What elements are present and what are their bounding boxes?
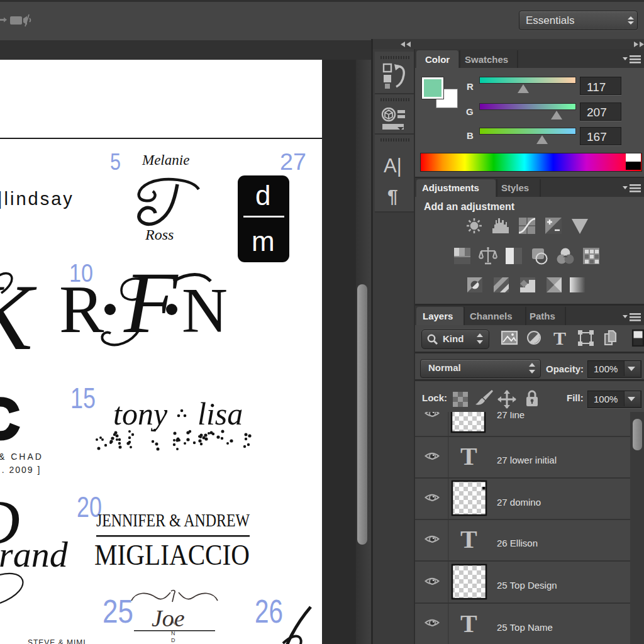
- svg-text:6 . 2009 ]: 6 . 2009 ]: [0, 465, 41, 475]
- svg-text:Ross: Ross: [145, 226, 174, 243]
- svg-text:25 Top Name: 25 Top Name: [497, 622, 553, 633]
- svg-text:N: N: [182, 275, 228, 346]
- svg-text:T: T: [460, 442, 477, 470]
- svg-text:trand: trand: [0, 534, 69, 575]
- svg-text:D: D: [171, 637, 175, 643]
- svg-text:T: T: [460, 609, 477, 638]
- svg-text:27 lower initial: 27 lower initial: [497, 455, 557, 465]
- svg-text:MIGLIACCIO: MIGLIACCIO: [94, 539, 250, 571]
- svg-text:27: 27: [280, 149, 306, 175]
- svg-text:lisa: lisa: [197, 396, 243, 431]
- svg-text:N: N: [171, 630, 175, 636]
- svg-text:C: C: [0, 387, 19, 450]
- svg-text:T: T: [460, 525, 477, 553]
- svg-text:tony: tony: [113, 396, 168, 431]
- svg-text:& CHAD: & CHAD: [0, 452, 43, 462]
- svg-text:R: R: [59, 272, 104, 347]
- svg-text:F: F: [123, 253, 179, 351]
- svg-text:15: 15: [70, 381, 96, 414]
- svg-text:STEVE & MIMI: STEVE & MIMI: [28, 638, 86, 644]
- svg-text:26: 26: [255, 593, 283, 630]
- svg-text:|lindsay: |lindsay: [0, 189, 74, 209]
- svg-text:T: T: [553, 328, 566, 348]
- svg-text:25: 25: [103, 593, 133, 630]
- svg-text:5: 5: [110, 149, 121, 175]
- svg-text:27 line: 27 line: [497, 412, 525, 420]
- svg-text:25 Top Design: 25 Top Design: [497, 580, 557, 591]
- svg-text:26 Ellison: 26 Ellison: [497, 538, 538, 548]
- svg-text:d: d: [255, 180, 270, 211]
- svg-text:JENNIFER & ANDREW: JENNIFER & ANDREW: [96, 510, 250, 530]
- svg-text:Joe: Joe: [152, 605, 185, 631]
- svg-text:A: A: [171, 619, 175, 626]
- svg-text:m: m: [252, 226, 275, 257]
- svg-text:27 domino: 27 domino: [497, 497, 541, 508]
- svg-text:Melanie: Melanie: [142, 152, 189, 168]
- svg-text:K: K: [0, 265, 37, 369]
